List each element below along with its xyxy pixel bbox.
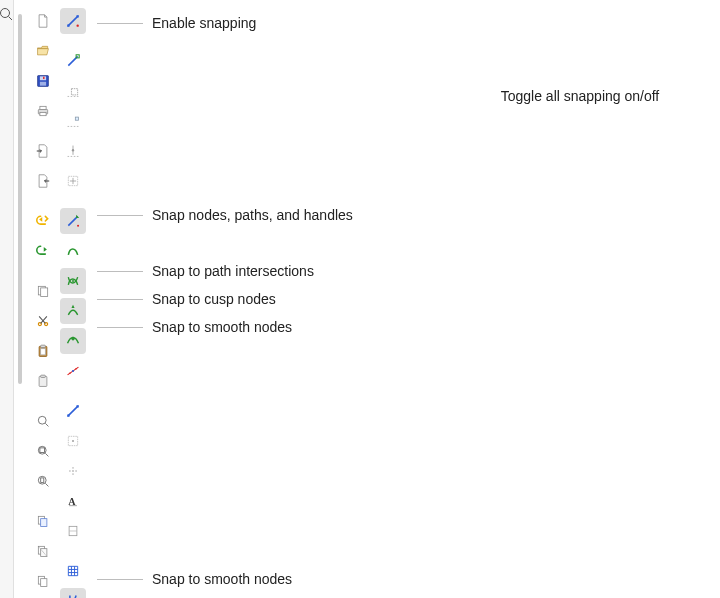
svg-line-19: [45, 423, 48, 426]
snap-smooth-button[interactable]: [60, 328, 86, 354]
svg-rect-5: [43, 77, 45, 79]
zoom-page-icon: [36, 472, 50, 490]
snap-line-midpoints-button[interactable]: [60, 358, 86, 384]
callout-snap-intersections: Snap to path intersections: [152, 263, 314, 279]
snap-text-baseline-button[interactable]: [60, 518, 86, 544]
paste-in-place-button[interactable]: [30, 368, 56, 394]
scroll-thumb[interactable]: [18, 14, 22, 384]
export-icon: [36, 172, 50, 190]
snap-bbox-midpoint-button[interactable]: [60, 138, 86, 164]
paste-button[interactable]: [30, 338, 56, 364]
export-button[interactable]: [30, 168, 56, 194]
copy-button[interactable]: [30, 278, 56, 304]
svg-point-18: [38, 416, 46, 424]
snap-bbox-midpoint-icon: [66, 142, 80, 160]
snap-bbox-center-button[interactable]: [60, 168, 86, 194]
svg-point-58: [72, 440, 74, 442]
snap-object-center-icon: [66, 432, 80, 450]
svg-rect-37: [76, 55, 79, 58]
clipboard-icon: [36, 342, 50, 360]
new-document-button[interactable]: [30, 8, 56, 34]
zoom-drawing-icon: [36, 442, 50, 460]
snap-bbox-edge-button[interactable]: [60, 78, 86, 104]
snap-intersection-icon: [66, 272, 80, 290]
svg-rect-15: [41, 349, 46, 355]
svg-rect-56: [77, 405, 79, 407]
svg-point-51: [69, 373, 71, 375]
svg-point-35: [77, 25, 79, 27]
open-document-button[interactable]: [30, 38, 56, 64]
redo-button[interactable]: [30, 238, 56, 264]
cut-button[interactable]: [30, 308, 56, 334]
snap-bbox-corner-button[interactable]: [60, 108, 86, 134]
svg-point-47: [77, 225, 79, 227]
snap-other-icon: [66, 402, 80, 420]
snap-rotation-center-icon: [66, 462, 80, 480]
svg-rect-26: [41, 519, 47, 527]
duplicate-icon: [36, 512, 50, 530]
svg-rect-55: [67, 415, 69, 417]
import-button[interactable]: [30, 138, 56, 164]
snap-text-anchor-button[interactable]: A: [60, 488, 86, 514]
svg-rect-14: [41, 345, 46, 347]
snap-bbox-button[interactable]: [60, 48, 86, 74]
snap-cusp-button[interactable]: [60, 298, 86, 324]
svg-marker-46: [76, 215, 79, 218]
snap-rotation-centers-button[interactable]: [60, 458, 86, 484]
lock-zoom-icon: [0, 6, 14, 25]
snap-object-centers-button[interactable]: [60, 428, 86, 454]
save-document-button[interactable]: [30, 68, 56, 94]
unlink-clone-icon: [36, 572, 50, 590]
svg-point-48: [72, 280, 74, 282]
svg-rect-31: [41, 579, 47, 587]
ruler-gutter: [0, 0, 14, 598]
enable-snapping-button[interactable]: [60, 8, 86, 34]
snap-path-icon: [66, 242, 80, 260]
svg-line-54: [68, 406, 77, 415]
duplicate-button[interactable]: [30, 508, 56, 534]
clipboard-plain-icon: [36, 372, 50, 390]
folder-open-icon: [36, 42, 50, 60]
snap-line-midpoint-icon: [66, 362, 80, 380]
snap-cusp-icon: [66, 302, 80, 320]
callout-snap-nodes: Snap nodes, paths, and handles: [152, 207, 353, 223]
undo-button[interactable]: [30, 208, 56, 234]
snap-intersections-button[interactable]: [60, 268, 86, 294]
snap-enable-icon: [66, 12, 80, 30]
snap-grid-icon: [66, 562, 80, 580]
svg-rect-17: [41, 375, 46, 377]
zoom-selection-button[interactable]: [30, 408, 56, 434]
file-new-icon: [36, 12, 50, 30]
printer-icon: [36, 102, 50, 120]
snap-paths-button[interactable]: [60, 238, 86, 264]
snap-guide-icon: [66, 592, 80, 598]
scrollbar[interactable]: [17, 0, 23, 598]
svg-marker-49: [71, 305, 74, 308]
snap-others-button[interactable]: [60, 398, 86, 424]
zoom-selection-icon: [36, 412, 50, 430]
snap-guides-button[interactable]: [60, 588, 86, 598]
import-icon: [36, 142, 50, 160]
snap-toolbar: A: [60, 8, 86, 598]
snap-bbox-center-icon: [66, 172, 80, 190]
zoom-drawing-button[interactable]: [30, 438, 56, 464]
main-toolbar: ›: [30, 8, 56, 598]
snap-nodes-button[interactable]: [60, 208, 86, 234]
zoom-page-button[interactable]: [30, 468, 56, 494]
undo-icon: [36, 212, 50, 230]
svg-rect-39: [75, 117, 78, 120]
svg-line-22: [45, 453, 48, 456]
svg-rect-10: [41, 288, 48, 297]
svg-rect-34: [77, 15, 79, 17]
snap-grid-button[interactable]: [60, 558, 86, 584]
clone-button[interactable]: [30, 538, 56, 564]
unlink-clone-button[interactable]: [30, 568, 56, 594]
copy-icon: [36, 282, 50, 300]
snap-bbox-edge-icon: [66, 82, 80, 100]
redo-icon: [36, 242, 50, 260]
shortcut-caption: Toggle all snapping on/off: [460, 88, 700, 104]
snap-nodes-icon: [66, 212, 80, 230]
floppy-save-icon: [36, 72, 50, 90]
print-button[interactable]: [30, 98, 56, 124]
svg-point-41: [72, 149, 74, 151]
